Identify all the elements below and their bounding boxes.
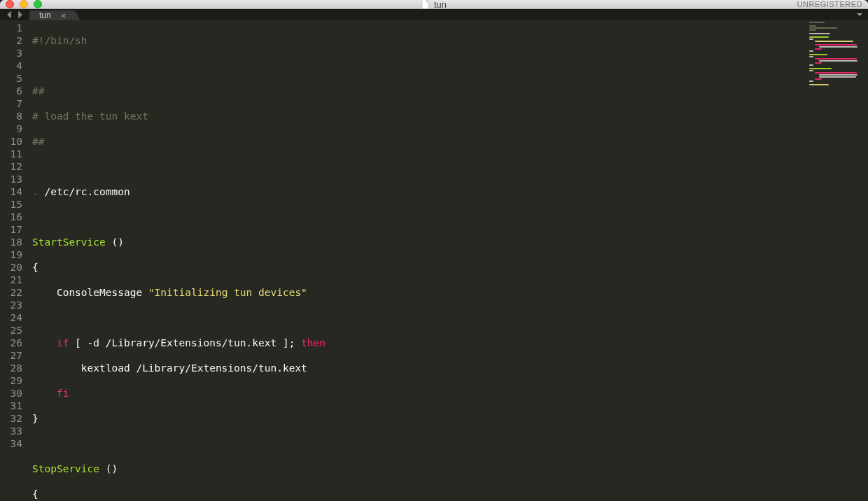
line-number: 18 bbox=[0, 236, 22, 248]
tab-tun[interactable]: tun × bbox=[29, 10, 71, 20]
tab-close-button[interactable]: × bbox=[61, 11, 66, 20]
line-number: 9 bbox=[0, 122, 22, 135]
code-token: ConsoleMessage bbox=[32, 287, 148, 298]
code-line: #!/bin/sh bbox=[32, 35, 88, 46]
code-token: StartService bbox=[32, 237, 106, 248]
line-number: 12 bbox=[0, 160, 22, 173]
line-number: 33 bbox=[0, 425, 22, 437]
line-number: 13 bbox=[0, 173, 22, 185]
line-number: 24 bbox=[0, 311, 22, 324]
line-number: 22 bbox=[0, 286, 22, 299]
history-nav bbox=[0, 9, 29, 20]
editor-window: tun UNREGISTERED tun × 12345678910111213… bbox=[0, 0, 868, 501]
code-token: if bbox=[32, 337, 69, 348]
titlebar: tun UNREGISTERED bbox=[0, 0, 868, 9]
code-line: ## bbox=[32, 85, 44, 97]
line-number: 7 bbox=[0, 97, 22, 110]
code-line: # load the tun kext bbox=[32, 111, 148, 122]
line-number: 4 bbox=[0, 59, 22, 72]
line-number: 2 bbox=[0, 34, 22, 47]
code-token: . bbox=[32, 186, 38, 197]
line-number: 25 bbox=[0, 324, 22, 337]
code-content[interactable]: #!/bin/sh ## # load the tun kext ## . /e… bbox=[28, 20, 868, 501]
line-number: 20 bbox=[0, 261, 22, 274]
code-token: "Initializing tun devices" bbox=[148, 287, 307, 298]
code-token: [ -d /Library/Extensions/tun.kext ]; bbox=[69, 337, 301, 348]
line-number: 1 bbox=[0, 22, 22, 34]
nav-forward-icon[interactable] bbox=[15, 10, 25, 20]
code-token: } bbox=[32, 413, 38, 424]
file-icon bbox=[421, 0, 430, 9]
line-number: 28 bbox=[0, 362, 22, 374]
line-number: 21 bbox=[0, 274, 22, 286]
code-token: () bbox=[99, 463, 118, 474]
line-number: 19 bbox=[0, 248, 22, 261]
code-token: kextload /Library/Extensions/tun.kext bbox=[32, 362, 307, 374]
line-number: 27 bbox=[0, 349, 22, 362]
code-token: StopService bbox=[32, 463, 99, 474]
code-token: () bbox=[106, 237, 124, 248]
zoom-window-button[interactable] bbox=[34, 0, 42, 8]
line-number: 11 bbox=[0, 148, 22, 160]
code-token: then bbox=[301, 337, 326, 348]
line-number: 30 bbox=[0, 387, 22, 400]
title-filename: tun bbox=[434, 0, 447, 10]
tab-overflow-button[interactable] bbox=[851, 9, 868, 20]
line-number: 5 bbox=[0, 72, 22, 85]
code-token: { bbox=[32, 262, 38, 273]
editor-area[interactable]: 1234567891011121314151617181920212223242… bbox=[0, 20, 868, 501]
line-number: 3 bbox=[0, 47, 22, 59]
close-window-button[interactable] bbox=[6, 0, 14, 8]
line-number: 15 bbox=[0, 198, 22, 211]
tab-label: tun bbox=[39, 10, 51, 20]
minimize-window-button[interactable] bbox=[20, 0, 28, 8]
line-number: 8 bbox=[0, 110, 22, 122]
line-number: 26 bbox=[0, 337, 22, 349]
nav-back-icon[interactable] bbox=[4, 10, 14, 20]
line-number: 14 bbox=[0, 185, 22, 198]
window-controls bbox=[0, 0, 42, 8]
unregistered-label: UNREGISTERED bbox=[797, 0, 862, 8]
line-number: 23 bbox=[0, 299, 22, 311]
code-token: /etc/rc.common bbox=[38, 186, 130, 197]
line-number: 34 bbox=[0, 437, 22, 450]
line-number: 31 bbox=[0, 400, 22, 412]
code-token: { bbox=[32, 488, 38, 500]
code-token: fi bbox=[32, 388, 69, 399]
window-title: tun bbox=[421, 0, 447, 10]
line-number: 16 bbox=[0, 211, 22, 223]
line-number: 32 bbox=[0, 412, 22, 425]
line-number: 17 bbox=[0, 223, 22, 236]
line-number-gutter: 1234567891011121314151617181920212223242… bbox=[0, 20, 28, 501]
line-number: 29 bbox=[0, 374, 22, 387]
code-line: ## bbox=[32, 136, 44, 147]
line-number: 10 bbox=[0, 135, 22, 148]
line-number: 6 bbox=[0, 85, 22, 97]
tab-bar: tun × bbox=[0, 9, 868, 20]
